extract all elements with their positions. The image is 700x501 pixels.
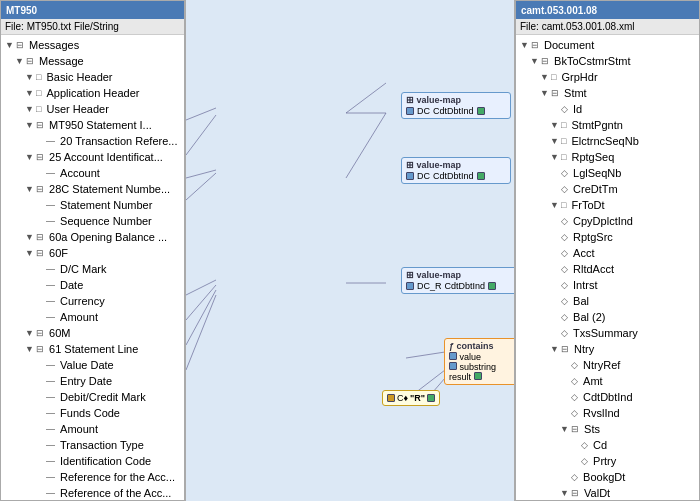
left-tree-item: — Debit/Credit Mark bbox=[1, 389, 184, 405]
tree-icon: □ bbox=[561, 134, 566, 148]
tree-label: BookgDt bbox=[583, 470, 625, 484]
valuemap2-title: ⊞ value-map bbox=[406, 160, 506, 170]
left-tree[interactable]: ▼⊟ Messages▼⊟ Message▼□ Basic Header▼□ A… bbox=[1, 35, 184, 500]
left-tree-item[interactable]: ▼⊟ Messages bbox=[1, 37, 184, 53]
r-value-node[interactable]: C♦ "R" bbox=[382, 390, 440, 406]
right-tree-item[interactable]: ▼□ GrpHdr bbox=[516, 69, 699, 85]
right-tree-item[interactable]: ▼⊟ ValDt bbox=[516, 485, 699, 500]
tree-icon: — bbox=[46, 262, 55, 276]
left-tree-item[interactable]: ▼□ User Header bbox=[1, 101, 184, 117]
valuemap3-node[interactable]: ⊞ value-map DC_R CdtDbtInd bbox=[401, 267, 515, 294]
port-in2 bbox=[406, 172, 414, 180]
expand-icon[interactable]: ▼ bbox=[520, 38, 530, 52]
right-tree-item[interactable]: ▼⊟ Document bbox=[516, 37, 699, 53]
expand-icon[interactable]: ▼ bbox=[25, 342, 35, 356]
right-tree-item[interactable]: ▼⊟ Sts bbox=[516, 421, 699, 437]
tree-label: Id bbox=[573, 102, 582, 116]
expand-icon[interactable]: ▼ bbox=[540, 86, 550, 100]
tree-icon: ◇ bbox=[581, 454, 588, 468]
right-tree-item[interactable]: ▼□ StmtPgntn bbox=[516, 117, 699, 133]
svg-line-8 bbox=[346, 83, 386, 113]
expand-icon[interactable]: ▼ bbox=[25, 246, 35, 260]
tree-icon: ◇ bbox=[561, 102, 568, 116]
expand-icon[interactable]: ▼ bbox=[550, 118, 560, 132]
left-tree-item: — Transaction Type bbox=[1, 437, 184, 453]
left-tree-item[interactable]: ▼⊟ 28C Statement Numbe... bbox=[1, 181, 184, 197]
left-tree-item[interactable]: ▼□ Basic Header bbox=[1, 69, 184, 85]
left-tree-item: — Amount bbox=[1, 309, 184, 325]
tree-icon: ◇ bbox=[571, 374, 578, 388]
tree-label: Cd bbox=[593, 438, 607, 452]
port-in3 bbox=[406, 282, 414, 290]
tree-label: Reference of the Acc... bbox=[60, 486, 171, 500]
tree-icon: ◇ bbox=[561, 294, 568, 308]
left-tree-item: — Entry Date bbox=[1, 373, 184, 389]
tree-icon: ◇ bbox=[561, 326, 568, 340]
left-tree-item[interactable]: ▼⊟ Message bbox=[1, 53, 184, 69]
valuemap2-node[interactable]: ⊞ value-map DC CdtDbtInd bbox=[401, 157, 511, 184]
expand-icon[interactable]: ▼ bbox=[25, 326, 35, 340]
expand-icon[interactable]: ▼ bbox=[25, 102, 35, 116]
valuemap1-node[interactable]: ⊞ value-map DC CdtDbtInd bbox=[401, 92, 511, 119]
right-tree-item[interactable]: ▼⊟ BkToCstmrStmt bbox=[516, 53, 699, 69]
left-tree-item[interactable]: ▼⊟ 60F bbox=[1, 245, 184, 261]
right-tree-item: ◇ TxsSummary bbox=[516, 325, 699, 341]
expand-icon[interactable]: ▼ bbox=[560, 486, 570, 500]
tree-icon: ⊟ bbox=[571, 422, 579, 436]
right-tree-item[interactable]: ▼□ ElctrncSeqNb bbox=[516, 133, 699, 149]
port-out3 bbox=[488, 282, 496, 290]
left-tree-item[interactable]: ▼⊟ 60M bbox=[1, 325, 184, 341]
left-tree-item[interactable]: ▼⊟ MT950 Statement I... bbox=[1, 117, 184, 133]
tree-icon: ◇ bbox=[561, 166, 568, 180]
port-out bbox=[477, 107, 485, 115]
contains-node[interactable]: ƒ contains value substring result bbox=[444, 338, 515, 385]
expand-icon[interactable]: ▼ bbox=[550, 342, 560, 356]
tree-icon: ⊟ bbox=[36, 230, 44, 244]
left-tree-item[interactable]: ▼⊟ 60a Opening Balance ... bbox=[1, 229, 184, 245]
expand-icon[interactable]: ▼ bbox=[15, 54, 25, 68]
tree-icon: ◇ bbox=[561, 230, 568, 244]
right-tree-item: ◇ Cd bbox=[516, 437, 699, 453]
right-tree-item[interactable]: ▼□ RptgSeq bbox=[516, 149, 699, 165]
tree-label: CpyDplctInd bbox=[573, 214, 633, 228]
tree-icon: ◇ bbox=[561, 182, 568, 196]
svg-line-6 bbox=[186, 290, 216, 345]
expand-icon[interactable]: ▼ bbox=[560, 422, 570, 436]
right-tree-item: ◇ CdtDbtInd bbox=[516, 389, 699, 405]
right-tree-item[interactable]: ▼□ FrToDt bbox=[516, 197, 699, 213]
expand-icon[interactable]: ▼ bbox=[550, 150, 560, 164]
svg-line-3 bbox=[186, 173, 216, 200]
tree-label: Currency bbox=[60, 294, 105, 308]
tree-icon: ⊟ bbox=[551, 86, 559, 100]
tree-label: Account bbox=[60, 166, 100, 180]
tree-icon: — bbox=[46, 214, 55, 228]
left-tree-item[interactable]: ▼⊟ 61 Statement Line bbox=[1, 341, 184, 357]
tree-label: StmtPgntn bbox=[572, 118, 623, 132]
tree-icon: ◇ bbox=[561, 262, 568, 276]
left-tree-item[interactable]: ▼⊟ 25 Account Identificat... bbox=[1, 149, 184, 165]
expand-icon[interactable]: ▼ bbox=[25, 150, 35, 164]
tree-icon: — bbox=[46, 438, 55, 452]
left-tree-item: — 20 Transaction Refere... bbox=[1, 133, 184, 149]
expand-icon[interactable]: ▼ bbox=[530, 54, 540, 68]
expand-icon[interactable]: ▼ bbox=[5, 38, 15, 52]
right-tree-item[interactable]: ▼⊟ Ntry bbox=[516, 341, 699, 357]
tree-label: Ntry bbox=[574, 342, 594, 356]
left-tree-item: — Identification Code bbox=[1, 453, 184, 469]
expand-icon[interactable]: ▼ bbox=[550, 198, 560, 212]
expand-icon[interactable]: ▼ bbox=[25, 230, 35, 244]
tree-icon: — bbox=[46, 422, 55, 436]
expand-icon[interactable]: ▼ bbox=[25, 182, 35, 196]
tree-icon: — bbox=[46, 166, 55, 180]
expand-icon[interactable]: ▼ bbox=[25, 86, 35, 100]
expand-icon[interactable]: ▼ bbox=[550, 134, 560, 148]
right-tree[interactable]: ▼⊟ Document▼⊟ BkToCstmrStmt▼□ GrpHdr▼⊟ S… bbox=[516, 35, 699, 500]
tree-label: 28C Statement Numbe... bbox=[49, 182, 170, 196]
left-tree-item[interactable]: ▼□ Application Header bbox=[1, 85, 184, 101]
expand-icon[interactable]: ▼ bbox=[540, 70, 550, 84]
right-tree-item[interactable]: ▼⊟ Stmt bbox=[516, 85, 699, 101]
tree-icon: ⊟ bbox=[571, 486, 579, 500]
expand-icon[interactable]: ▼ bbox=[25, 118, 35, 132]
tree-icon: ⊟ bbox=[36, 342, 44, 356]
expand-icon[interactable]: ▼ bbox=[25, 70, 35, 84]
